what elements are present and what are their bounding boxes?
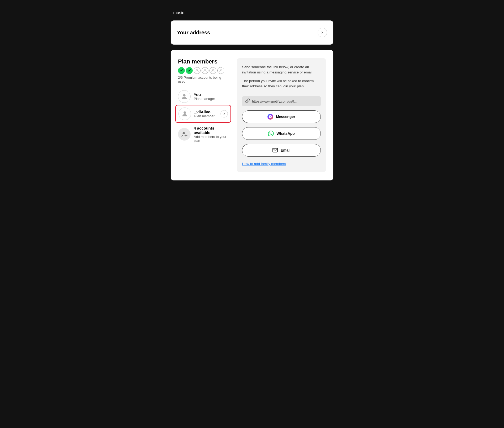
how-to-add-link[interactable]: How to add family members	[242, 162, 321, 166]
whatsapp-button-label: WhatsApp	[276, 131, 295, 136]
address-card[interactable]: Your address	[171, 20, 333, 45]
member-row-vilalive[interactable]: _vilAlive. Plan member	[175, 105, 231, 123]
svg-point-3	[220, 69, 221, 71]
svg-point-6	[183, 132, 185, 134]
whatsapp-icon	[268, 131, 274, 136]
invite-link-row[interactable]: https://www.spotify.com/us/f...	[242, 96, 321, 106]
address-card-title: Your address	[177, 30, 210, 36]
plan-usage-text: 2/6 Premium accounts being used	[178, 76, 228, 83]
empty-user-icon-1	[194, 67, 201, 74]
messenger-button-label: Messenger	[276, 115, 295, 119]
svg-point-0	[196, 69, 198, 71]
invite-desc-line1: Send someone the link below, or create a…	[242, 65, 321, 75]
chain-link-icon	[245, 98, 250, 103]
member-name-vilalive: _vilAlive.	[194, 110, 217, 114]
svg-point-5	[183, 111, 186, 114]
plan-left-panel: Plan members	[178, 58, 228, 172]
svg-point-4	[183, 94, 185, 97]
member-row-you: You Plan manager	[178, 88, 228, 105]
chevron-right-vilalive-icon	[222, 112, 226, 116]
member-role-vilalive: Plan member	[194, 114, 217, 118]
page-container: music. Your address Plan members	[171, 5, 333, 186]
invite-desc-line2: The person you invite will be asked to c…	[242, 78, 321, 89]
svg-point-1	[204, 69, 206, 71]
empty-user-icon-4	[217, 67, 224, 74]
add-member-subtitle: Add members to your plan	[194, 135, 228, 143]
member-icons-row	[178, 67, 228, 74]
chevron-right-icon	[321, 31, 324, 34]
whatsapp-share-button[interactable]: WhatsApp	[242, 127, 321, 140]
add-member-title: 4 accounts available	[194, 126, 228, 135]
empty-user-icon-3	[209, 67, 216, 74]
green-check-icon-2	[186, 67, 193, 74]
messenger-icon	[267, 114, 273, 120]
add-member-info: 4 accounts available Add members to your…	[194, 126, 228, 143]
email-share-button[interactable]: Email	[242, 144, 321, 157]
invite-link-text: https://www.spotify.com/us/f...	[252, 99, 297, 103]
member-name-you: You	[194, 92, 228, 97]
member-chevron-vilalive[interactable]	[220, 110, 228, 117]
link-icon	[245, 98, 250, 104]
green-check-icon-1	[178, 67, 185, 74]
member-avatar-vilalive	[178, 108, 191, 120]
email-icon	[272, 147, 278, 153]
plan-card: Plan members	[171, 50, 333, 180]
email-button-label: Email	[281, 148, 290, 152]
messenger-share-button[interactable]: Messenger	[242, 110, 321, 123]
user-icon-vilalive	[181, 110, 188, 117]
add-user-icon	[181, 131, 188, 138]
member-role-you: Plan manager	[194, 97, 228, 101]
plan-right-panel: Send someone the link below, or create a…	[237, 58, 326, 172]
user-icon-you	[181, 93, 188, 100]
invite-description: Send someone the link below, or create a…	[242, 65, 321, 92]
svg-point-2	[212, 69, 213, 71]
member-info-vilalive: _vilAlive. Plan member	[194, 110, 217, 118]
messenger-svg	[269, 115, 272, 119]
plan-title: Plan members	[178, 58, 228, 65]
empty-user-icon-2	[202, 67, 208, 74]
address-chevron-button[interactable]	[318, 28, 327, 37]
member-info-you: You Plan manager	[194, 92, 228, 101]
member-avatar-you	[178, 90, 191, 103]
top-text: music.	[171, 10, 333, 15]
add-member-row[interactable]: 4 accounts available Add members to your…	[178, 124, 228, 145]
add-member-avatar	[178, 128, 191, 141]
